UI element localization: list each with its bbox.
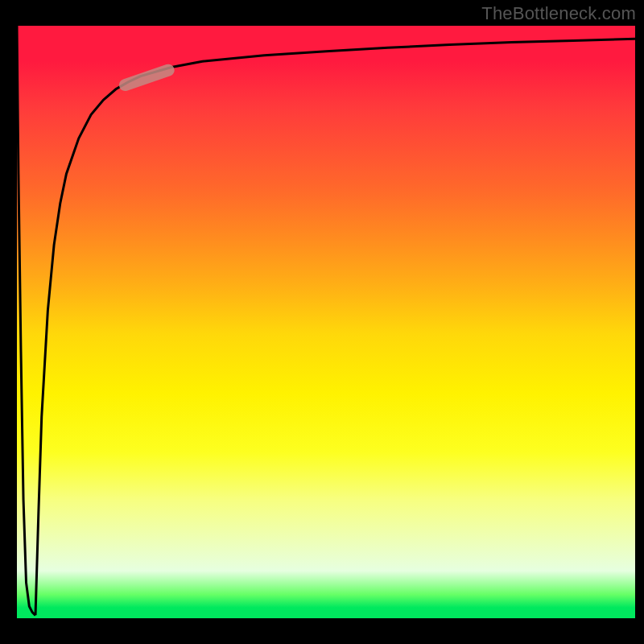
chart-frame: TheBottleneck.com [0, 0, 644, 644]
plot-gradient-background [17, 26, 635, 618]
attribution-text: TheBottleneck.com [481, 5, 636, 23]
